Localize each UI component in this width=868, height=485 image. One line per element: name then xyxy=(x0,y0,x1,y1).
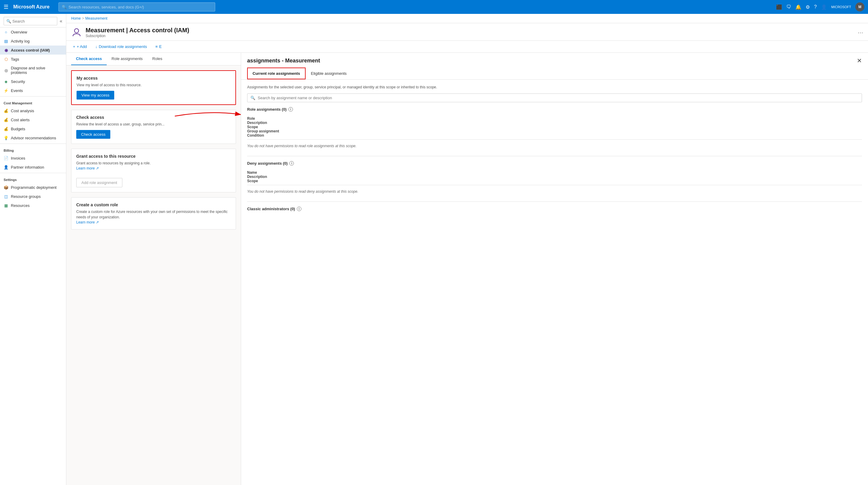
settings-icon[interactable]: ⚙ xyxy=(806,4,810,10)
assignments-search-bar[interactable]: 🔍 xyxy=(247,93,862,102)
profile-icon[interactable]: 👤 xyxy=(821,4,827,10)
topbar-icons: ⬛ 🗨 🔔 ⚙ ? 👤 MICROSOFT M xyxy=(776,2,864,11)
sidebar-label-cost-analysis: Cost analysis xyxy=(11,109,34,113)
role-assignments-info-icon[interactable]: i xyxy=(288,107,293,112)
sidebar-item-resource-groups[interactable]: ◫ Resource groups xyxy=(0,192,66,201)
partner-icon: 👤 xyxy=(4,165,8,170)
view-my-access-button[interactable]: View my access xyxy=(76,91,114,99)
breadcrumb-sep1: > xyxy=(82,16,84,21)
sidebar-item-partner[interactable]: 👤 Partner information xyxy=(0,163,66,172)
iam-icon: ◉ xyxy=(4,48,8,53)
assignments-tabs: Current role assignments Eligible assign… xyxy=(247,67,352,79)
columns-icon: ≡ xyxy=(155,44,158,49)
sidebar-label-cost-alerts: Cost alerts xyxy=(11,118,30,122)
role-assignments-header: Role Description Scope Group assignment … xyxy=(247,115,862,140)
deny-assignments-no-permission: You do not have permissions to read deny… xyxy=(247,187,862,197)
iam-tabs: Check access Role assignments Roles xyxy=(66,53,241,65)
sidebar-search-box[interactable]: 🔍 xyxy=(4,17,57,25)
sidebar-label-security: Security xyxy=(11,79,25,84)
grant-access-learn-more[interactable]: Learn more ↗ xyxy=(76,166,99,170)
close-panel-button[interactable]: ✕ xyxy=(857,58,862,64)
iam-panel: Check access Role assignments Roles My a… xyxy=(66,53,241,485)
check-access-desc: Review the level of access a user, group… xyxy=(76,121,231,127)
help-icon[interactable]: ? xyxy=(814,4,817,10)
sidebar-item-programmatic[interactable]: 📦 Programmatic deployment xyxy=(0,183,66,192)
tab-check-access-label: Check access xyxy=(76,56,102,61)
columns-button[interactable]: ≡ E xyxy=(153,43,163,50)
sidebar-label-programmatic: Programmatic deployment xyxy=(11,185,57,190)
role-assignments-no-permission: You do not have permissions to read role… xyxy=(247,141,862,151)
sidebar-label-events: Events xyxy=(11,88,23,93)
grant-access-desc: Grant access to resources by assigning a… xyxy=(76,161,231,166)
page-more-icon[interactable]: ⋯ xyxy=(858,29,863,36)
sidebar-item-overview[interactable]: ○ Overview xyxy=(0,27,66,36)
deny-assignments-info-icon[interactable]: i xyxy=(289,161,294,166)
deny-assignments-section-title: Deny assignments (0) i xyxy=(247,161,862,166)
main-container: 🔍 « ○ Overview ▤ Activity log ◉ Access c… xyxy=(0,14,868,485)
breadcrumb-home[interactable]: Home xyxy=(71,16,81,21)
sidebar-item-cost-alerts[interactable]: 💰 Cost alerts xyxy=(0,115,66,124)
sidebar-label-iam: Access control (IAM) xyxy=(11,48,50,53)
assignments-search-icon: 🔍 xyxy=(250,95,255,100)
sidebar-item-activity-log[interactable]: ▤ Activity log xyxy=(0,36,66,46)
add-button[interactable]: + + Add xyxy=(71,43,89,50)
sidebar-label-tags: Tags xyxy=(11,57,19,61)
sidebar-item-security[interactable]: ◈ Security xyxy=(0,77,66,86)
eligible-assignments-label: Eligible assignments xyxy=(311,71,347,76)
tab-roles[interactable]: Roles xyxy=(147,53,167,65)
cost-alerts-icon: 💰 xyxy=(4,117,8,122)
tab-eligible-assignments[interactable]: Eligible assignments xyxy=(306,67,352,79)
sidebar-item-budgets[interactable]: 💰 Budgets xyxy=(0,124,66,133)
sidebar-header: 🔍 « xyxy=(0,14,66,27)
sidebar-item-invoices[interactable]: 📄 Invoices xyxy=(0,153,66,163)
sidebar-search-input[interactable] xyxy=(12,19,55,24)
sidebar-item-advisor[interactable]: 💡 Advisor recommendations xyxy=(0,133,66,142)
sidebar-item-diagnose[interactable]: ◎ Diagnose and solve problems xyxy=(0,64,66,77)
classic-admins-info-icon[interactable]: i xyxy=(297,207,301,211)
tab-role-assignments-label: Role assignments xyxy=(112,56,143,61)
diagnose-icon: ◎ xyxy=(4,68,8,73)
toolbar: + + Add ↓ Download role assignments ≡ E xyxy=(66,41,868,53)
download-button[interactable]: ↓ Download role assignments xyxy=(93,43,149,50)
check-access-card: Check access Review the level of access … xyxy=(71,110,236,144)
breadcrumb-measurement[interactable]: Measurement xyxy=(85,16,107,21)
notification-icon[interactable]: 🔔 xyxy=(795,4,801,10)
check-access-button[interactable]: Check access xyxy=(76,130,110,139)
hamburger-icon[interactable]: ☰ xyxy=(4,4,8,10)
sidebar-item-events[interactable]: ⚡ Events xyxy=(0,86,66,95)
section-divider-1 xyxy=(247,156,862,156)
tab-current-assignments[interactable]: Current role assignments xyxy=(247,67,306,79)
custom-role-desc: Create a custom role for Azure resources… xyxy=(76,209,231,220)
cost-analysis-icon: 💰 xyxy=(4,108,8,113)
avatar[interactable]: M xyxy=(855,2,864,11)
username-label: MICROSOFT xyxy=(831,5,851,9)
resources-icon: ▦ xyxy=(4,203,8,208)
classic-admins-label: Classic administrators (0) xyxy=(247,207,295,211)
assignments-body: Assignments for the selected user, group… xyxy=(241,80,868,485)
topbar: ☰ Microsoft Azure 🔍 Search resources, se… xyxy=(0,0,868,14)
tab-role-assignments[interactable]: Role assignments xyxy=(107,53,147,65)
sidebar-item-cost-analysis[interactable]: 💰 Cost analysis xyxy=(0,106,66,115)
overview-icon: ○ xyxy=(4,30,8,34)
add-label: + Add xyxy=(77,44,87,49)
tab-check-access[interactable]: Check access xyxy=(71,53,107,65)
sidebar-item-tags[interactable]: ⬡ Tags xyxy=(0,55,66,64)
feedback-icon[interactable]: 🗨 xyxy=(786,4,791,10)
add-role-assignment-button[interactable]: Add role assignment xyxy=(76,178,122,187)
sidebar-item-resources[interactable]: ▦ Resources xyxy=(0,201,66,210)
invoices-icon: 📄 xyxy=(4,155,8,161)
sidebar-label-overview: Overview xyxy=(11,30,27,34)
section-divider-2 xyxy=(247,201,862,202)
my-access-desc: View my level of access to this resource… xyxy=(76,82,230,88)
col-scope: Scope xyxy=(247,125,862,129)
section-billing: Billing xyxy=(0,145,66,153)
sidebar-item-iam[interactable]: ◉ Access control (IAM) xyxy=(0,46,66,55)
assignments-description: Assignments for the selected user, group… xyxy=(247,84,862,90)
role-assignments-section-title: Role assignments (0) i xyxy=(247,107,862,112)
sidebar-collapse-button[interactable]: « xyxy=(60,19,62,24)
custom-role-learn-more[interactable]: Learn more ↗ xyxy=(76,220,99,224)
global-search-bar[interactable]: 🔍 Search resources, services, and docs (… xyxy=(59,2,215,11)
page-header-icon xyxy=(71,27,82,38)
cloud-shell-icon[interactable]: ⬛ xyxy=(776,4,782,10)
assignments-search-input[interactable] xyxy=(258,95,859,100)
